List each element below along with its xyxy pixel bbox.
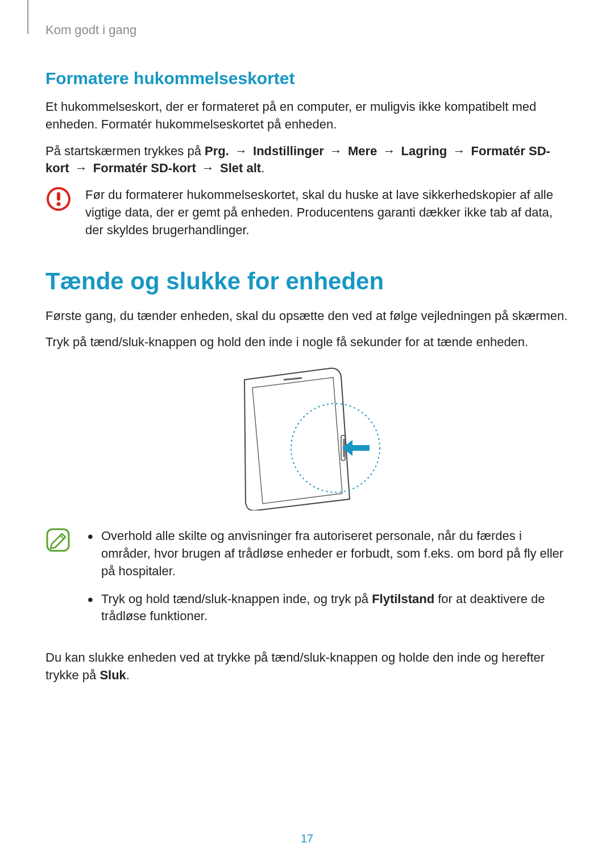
format-card-paragraph-1: Et hukommelseskort, der er formateret på…: [45, 98, 569, 134]
page-number: 17: [0, 832, 614, 845]
arrow-icon: →: [380, 144, 397, 158]
svg-point-2: [57, 202, 61, 206]
path-step-4: Lagring: [401, 144, 447, 158]
format-card-paragraph-2: På startskærmen trykkes på Prg. → Indsti…: [45, 143, 569, 178]
svg-rect-1: [57, 192, 60, 201]
arrow-icon: →: [327, 144, 345, 158]
text: På startskærmen trykkes på: [45, 144, 205, 158]
breadcrumb: Kom godt i gang: [45, 23, 569, 38]
note-block: Overhold alle skilte og anvisninger fra …: [45, 528, 569, 636]
power-paragraph-1: Første gang, du tænder enheden, skal du …: [45, 308, 569, 325]
flight-mode-label: Flytilstand: [372, 592, 434, 606]
power-paragraph-3: Du kan slukke enheden ved at trykke på t…: [45, 649, 569, 684]
note-item-1: Overhold alle skilte og anvisninger fra …: [101, 528, 569, 580]
warning-text: Før du formaterer hukommelseskortet, ska…: [85, 186, 569, 239]
path-step-2: Indstillinger: [253, 144, 324, 158]
arrow-icon: →: [450, 144, 467, 158]
power-heading: Tænde og slukke for enheden: [45, 268, 569, 295]
warning-callout: Før du formaterer hukommelseskortet, ska…: [45, 186, 569, 239]
note-item-2: Tryk og hold tænd/sluk-knappen inde, og …: [101, 591, 569, 626]
path-step-3: Mere: [348, 144, 377, 158]
format-card-heading: Formatere hukommelseskortet: [45, 69, 569, 88]
path-step-6: Formatér SD-kort: [93, 161, 196, 175]
note-icon: [45, 528, 70, 553]
path-step-7: Slet alt: [220, 161, 261, 175]
text: .: [261, 161, 264, 175]
header-rule: [27, 0, 28, 34]
device-figure: [45, 363, 569, 510]
text: .: [126, 668, 130, 682]
warning-icon: [46, 186, 71, 211]
arrow-icon: →: [200, 161, 217, 175]
arrow-icon: →: [233, 144, 250, 158]
shutdown-label: Sluk: [99, 668, 126, 682]
text: Tryk og hold tænd/sluk-knappen inde, og …: [101, 592, 372, 606]
page-content: Kom godt i gang Formatere hukommelseskor…: [0, 0, 614, 684]
path-step-1: Prg.: [205, 144, 229, 158]
arrow-icon: →: [73, 161, 90, 175]
power-paragraph-2: Tryk på tænd/sluk-knappen og hold den in…: [45, 334, 569, 351]
